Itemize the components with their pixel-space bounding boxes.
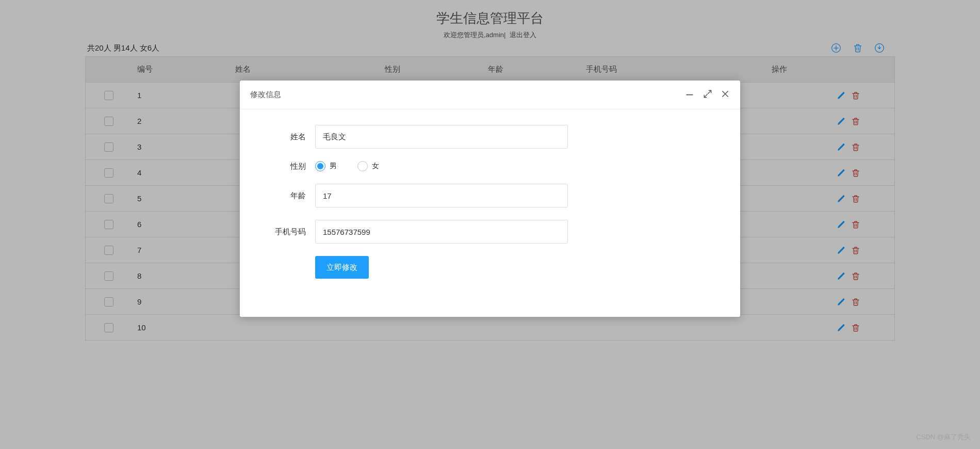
name-input[interactable] — [315, 125, 568, 149]
radio-icon — [357, 161, 368, 171]
gender-label: 性别 — [260, 162, 315, 171]
age-input[interactable] — [315, 184, 568, 207]
name-label: 姓名 — [260, 132, 315, 142]
watermark-text: CSDN @麻了秃头 — [916, 432, 971, 442]
minimize-icon — [684, 89, 695, 99]
radio-female-label: 女 — [372, 162, 379, 171]
radio-female[interactable]: 女 — [357, 161, 379, 171]
radio-male-label: 男 — [330, 162, 337, 171]
close-icon — [721, 89, 730, 99]
maximize-icon — [703, 89, 712, 99]
modal-maximize-button[interactable] — [703, 89, 712, 100]
modal-close-button[interactable] — [721, 89, 730, 100]
radio-male[interactable]: 男 — [315, 161, 337, 171]
phone-label: 手机号码 — [260, 227, 315, 237]
submit-button[interactable]: 立即修改 — [315, 256, 369, 279]
radio-icon — [315, 161, 325, 171]
age-label: 年龄 — [260, 191, 315, 201]
modal-minimize-button[interactable] — [684, 89, 695, 101]
modal-title: 修改信息 — [250, 90, 281, 100]
phone-input[interactable] — [315, 220, 568, 244]
edit-modal: 修改信息 姓名 性别 男 — [240, 81, 740, 317]
